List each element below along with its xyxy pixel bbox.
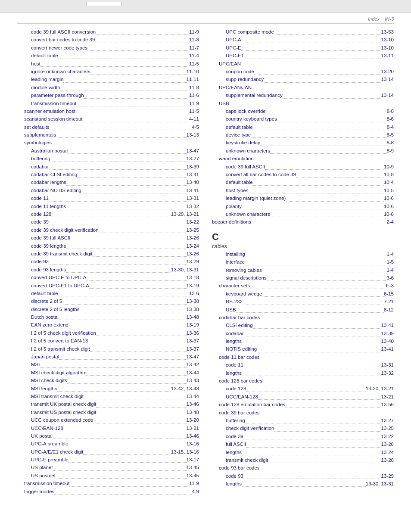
list-item: keystroke delay8-8 xyxy=(212,139,394,146)
list-item: module width11-8 xyxy=(17,84,199,91)
list-item: UK postal13-46 xyxy=(17,432,199,440)
entry-dots xyxy=(242,369,381,376)
list-item: MSI check digit algorithm13-44 xyxy=(17,369,199,376)
entry-page-ref: 13-19 xyxy=(187,321,199,329)
entry-text: buffering xyxy=(226,417,245,424)
entry-dots xyxy=(274,28,381,35)
entry-page-ref: 13-25 xyxy=(381,424,394,432)
list-item: code 39 bar codes xyxy=(212,409,394,417)
entry-page-ref: 13-21 xyxy=(187,424,199,432)
entry-dots xyxy=(83,115,189,122)
entry-page-ref: 11-9 xyxy=(189,100,199,107)
list-item: default table11-4 xyxy=(17,52,199,59)
entry-dots xyxy=(90,345,187,352)
entry-text: unknown characters xyxy=(226,210,270,218)
entry-page-ref: 13-46 xyxy=(187,400,199,408)
entry-text: codabar xyxy=(226,330,244,337)
entry-page-ref: 13-41 xyxy=(381,345,394,353)
entry-page-ref: 8-4 xyxy=(386,123,394,131)
right-column: UPC composite mode13-53UPC-A13-10UPC-E13… xyxy=(212,28,394,523)
list-item: default table13-6 xyxy=(17,289,199,297)
list-item: code 12813-20, 13-21 xyxy=(212,385,394,392)
entry-page-ref: 13-24 xyxy=(381,448,394,456)
entry-text: code 39 bar codes xyxy=(219,409,260,417)
entry-dots xyxy=(58,289,189,296)
entry-text: module width xyxy=(31,84,60,91)
entry-dots xyxy=(49,258,187,264)
list-item: RS-2327-21 xyxy=(212,298,394,305)
entry-dots xyxy=(260,139,386,146)
list-item: character setsE-3 xyxy=(212,282,394,289)
list-item: code 9313-29 xyxy=(17,258,199,265)
list-item: set defaults4-5 xyxy=(17,123,199,131)
entry-dots xyxy=(99,226,187,233)
entry-text: lengths xyxy=(226,369,242,377)
entry-page-ref: 4-9 xyxy=(192,488,199,495)
entry-page-ref: 6-15 xyxy=(384,290,394,298)
entry-dots xyxy=(96,329,187,336)
entry-text: symbologies xyxy=(24,139,52,146)
tab-strip xyxy=(0,0,411,13)
entry-page-ref: 13-25 xyxy=(187,226,199,234)
entry-dots xyxy=(241,36,381,43)
entry-dots xyxy=(277,115,386,122)
entry-text: code 39 full ASCII xyxy=(31,234,70,242)
list-item: UPC/EAN xyxy=(212,60,394,68)
entry-dots xyxy=(296,171,384,177)
entry-dots xyxy=(49,163,187,170)
list-item: US postnet13-45 xyxy=(17,472,199,479)
entry-page-ref: 10-8 xyxy=(384,171,394,178)
entry-page-ref: 13-37 xyxy=(187,337,199,345)
entry-dots xyxy=(246,385,365,392)
entry-dots xyxy=(251,131,386,138)
list-item: lengths13-30, 13-31 xyxy=(212,480,394,488)
entry-page-ref: 11-8 xyxy=(189,84,199,91)
entry-text: country keyboard types xyxy=(226,115,277,123)
list-item: Australian postal13-47 xyxy=(17,147,199,155)
list-item: code 93 bar codes xyxy=(212,464,394,472)
entry-page-ref: 13-15, 13-16 xyxy=(171,448,199,456)
entry-text: removing cables xyxy=(226,266,262,274)
entry-dots xyxy=(251,218,387,225)
entry-text: code 39 check digit verification xyxy=(31,226,99,234)
entry-page-ref: 13-29 xyxy=(381,472,394,480)
section-heading-c: C xyxy=(212,231,394,243)
entry-dots xyxy=(253,123,387,130)
entry-text: supplemental redundancy xyxy=(226,91,283,99)
entry-dots xyxy=(243,472,381,479)
entry-dots xyxy=(93,250,187,257)
list-item: default table10-4 xyxy=(212,178,394,186)
list-item: trigger modes4-9 xyxy=(17,488,199,495)
entry-dots xyxy=(242,448,381,455)
entry-text: supplementals xyxy=(24,131,56,139)
entry-dots xyxy=(95,36,189,43)
entry-text: host types xyxy=(226,187,248,194)
entry-dots xyxy=(69,479,189,486)
entry-page-ref: 13-14 xyxy=(381,91,394,99)
entry-dots xyxy=(243,298,384,305)
entry-text: codabar bar codes xyxy=(219,314,260,321)
list-item: UPC-E113-11 xyxy=(212,52,394,59)
entry-text: MSI transmit check digit xyxy=(31,392,84,400)
entry-dots xyxy=(96,28,189,35)
entry-text: I 2 of 5 transmit check digit xyxy=(31,345,90,353)
entry-dots xyxy=(77,171,186,177)
list-item: leading margin (quiet zone)10-6 xyxy=(212,194,394,202)
list-item: check digit verification13-25 xyxy=(212,424,394,432)
entry-text: MSI check digit algorithm xyxy=(31,369,86,376)
entry-page-ref: 8-8 xyxy=(386,139,394,146)
list-item: code 39 lengths13-24 xyxy=(17,242,199,250)
entry-dots xyxy=(67,376,187,383)
entry-page-ref: 11-7 xyxy=(189,44,199,52)
list-item: code 3913-22 xyxy=(212,432,394,440)
list-item: transmit UK postal check digit13-46 xyxy=(17,400,199,408)
entry-page-ref: 13-29 xyxy=(187,258,199,265)
entry-text: set defaults xyxy=(24,123,50,131)
entry-text: Dutch postal xyxy=(31,313,59,321)
entry-text: UPC/EAN/JAN xyxy=(219,84,252,91)
entry-dots xyxy=(66,266,171,273)
entry-dots xyxy=(242,337,381,344)
list-item: full ASCII13-26 xyxy=(212,440,394,448)
header-page: IN-3 xyxy=(385,16,394,22)
list-item: UCC/EAN-12813-21 xyxy=(17,424,199,432)
